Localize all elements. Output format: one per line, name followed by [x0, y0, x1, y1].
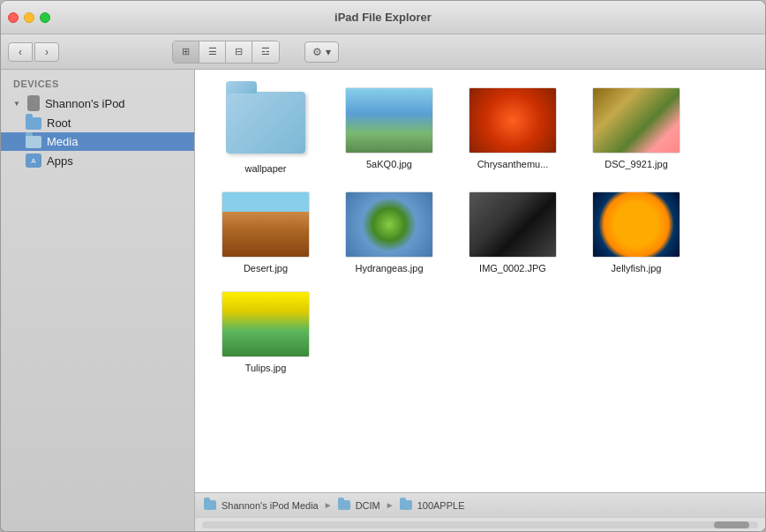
- sidebar-item-label: Media: [47, 135, 78, 148]
- list-item[interactable]: IMG_0002.JPG: [460, 191, 566, 273]
- apps-icon: A: [26, 154, 41, 168]
- file-name: Chrysanthemu...: [477, 159, 549, 169]
- file-thumbnail: [345, 191, 433, 258]
- statusbar: Shannon's iPod Media ► DCIM ► 100APPLE: [195, 492, 765, 517]
- devices-header: DEVICES: [1, 70, 194, 93]
- main-area: DEVICES ▼ Shannon's iPod Root .folder-ic…: [1, 70, 765, 531]
- file-thumbnail: [469, 191, 557, 258]
- breadcrumb-part-1: Shannon's iPod Media: [222, 500, 319, 511]
- view-cover-button[interactable]: ☲: [252, 41, 279, 63]
- sidebar-item-root[interactable]: Root: [1, 114, 194, 132]
- view-list-button[interactable]: ☰: [199, 41, 226, 63]
- view-buttons: ⊞ ☰ ⊟ ☲: [172, 41, 280, 64]
- nav-buttons: ‹ ›: [8, 42, 59, 62]
- maximize-button[interactable]: [40, 12, 50, 23]
- sidebar-item-label: Shannon's iPod: [45, 97, 125, 110]
- titlebar: iPad File Explorer: [1, 1, 765, 34]
- file-thumbnail: [222, 87, 310, 158]
- file-grid: wallpaper 5aKQ0.jpg Chrysanthemu... DSC_…: [195, 70, 765, 492]
- file-name: 5aKQ0.jpg: [366, 159, 412, 169]
- file-thumbnail: [222, 291, 310, 357]
- folder-icon-large: [226, 92, 305, 154]
- file-name: IMG_0002.JPG: [479, 263, 546, 273]
- sidebar: DEVICES ▼ Shannon's iPod Root .folder-ic…: [1, 70, 195, 531]
- settings-arrow-icon: ▾: [326, 46, 331, 58]
- breadcrumb-arrow-icon: ►: [324, 500, 333, 510]
- view-columns-button[interactable]: ⊟: [226, 41, 252, 63]
- folder-icon: .folder-icon-sm.white::before{background…: [26, 136, 41, 148]
- ipod-device-icon: [27, 95, 40, 111]
- columns-icon: ⊟: [235, 46, 243, 57]
- sidebar-item-label: Root: [47, 116, 71, 130]
- list-item[interactable]: Jellyfish.jpg: [583, 191, 689, 273]
- file-thumbnail: [222, 191, 310, 258]
- file-name: Jellyfish.jpg: [612, 263, 662, 273]
- scrollbar-area: [195, 517, 765, 531]
- main-window: iPad File Explorer ‹ › ⊞ ☰ ⊟ ☲ ⚙ ▾: [0, 0, 766, 532]
- traffic-lights: [8, 12, 50, 23]
- list-item[interactable]: Tulips.jpg: [213, 291, 319, 373]
- sidebar-item-label: Apps: [47, 154, 73, 168]
- settings-button[interactable]: ⚙ ▾: [304, 41, 339, 63]
- forward-button[interactable]: ›: [34, 42, 59, 62]
- file-thumbnail: [469, 87, 557, 154]
- scrollbar-thumb[interactable]: [714, 521, 749, 528]
- list-item[interactable]: 5aKQ0.jpg: [336, 87, 442, 174]
- list-icon: ☰: [208, 46, 217, 57]
- file-name: Hydrangeas.jpg: [355, 263, 423, 273]
- file-name: Desert.jpg: [244, 263, 288, 273]
- sidebar-item-ipod[interactable]: ▼ Shannon's iPod: [1, 93, 194, 114]
- breadcrumb-part-3: 100APPLE: [417, 500, 465, 511]
- expand-arrow-icon: ▼: [13, 100, 20, 108]
- breadcrumb-folder-icon: [204, 500, 216, 510]
- view-grid-button[interactable]: ⊞: [173, 41, 199, 63]
- breadcrumb-arrow-icon-2: ►: [386, 500, 394, 510]
- file-thumbnail: [345, 87, 433, 154]
- scrollbar-track: [202, 521, 758, 528]
- breadcrumb-part-2: DCIM: [356, 500, 380, 511]
- list-item[interactable]: DSC_9921.jpg: [583, 87, 689, 174]
- content-area: wallpaper 5aKQ0.jpg Chrysanthemu... DSC_…: [195, 70, 765, 531]
- close-button[interactable]: [8, 12, 19, 23]
- folder-icon: [26, 117, 41, 130]
- minimize-button[interactable]: [24, 12, 34, 23]
- breadcrumb-folder-icon-2: [338, 500, 350, 510]
- file-name: DSC_9921.jpg: [605, 159, 668, 169]
- back-button[interactable]: ‹: [8, 42, 33, 62]
- sidebar-item-media[interactable]: .folder-icon-sm.white::before{background…: [1, 132, 194, 151]
- cover-icon: ☲: [261, 46, 270, 57]
- window-title: iPad File Explorer: [334, 11, 432, 24]
- grid-icon: ⊞: [182, 46, 190, 57]
- file-name: Tulips.jpg: [245, 363, 287, 373]
- file-name: wallpaper: [244, 163, 286, 174]
- file-thumbnail: [592, 87, 680, 154]
- list-item[interactable]: Chrysanthemu...: [460, 87, 566, 174]
- list-item[interactable]: Desert.jpg: [213, 191, 319, 273]
- sidebar-item-apps[interactable]: A Apps: [1, 151, 194, 170]
- toolbar: ‹ › ⊞ ☰ ⊟ ☲ ⚙ ▾: [1, 34, 765, 70]
- list-item[interactable]: wallpaper: [213, 87, 319, 174]
- file-thumbnail: [592, 191, 680, 258]
- gear-icon: ⚙: [312, 46, 322, 58]
- breadcrumb-folder-icon-3: [400, 500, 412, 510]
- list-item[interactable]: Hydrangeas.jpg: [336, 191, 442, 273]
